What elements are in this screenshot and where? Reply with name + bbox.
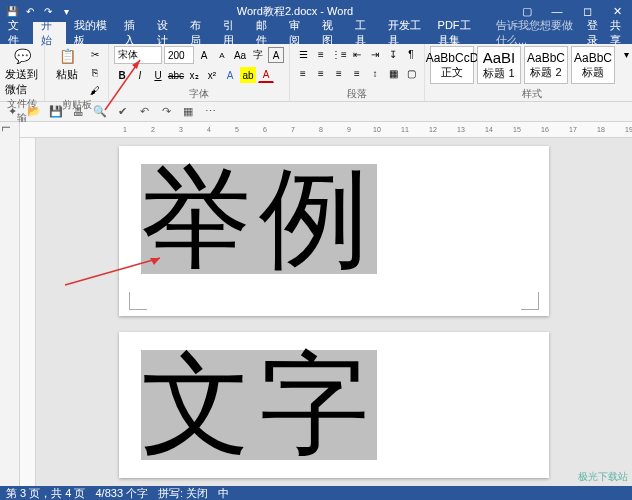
font-color-button[interactable]: A bbox=[258, 67, 274, 83]
page-corner-bl bbox=[129, 292, 147, 310]
tab-design[interactable]: 设计 bbox=[149, 22, 182, 44]
wechat-icon: 💬 bbox=[12, 46, 32, 66]
group-styles: AaBbCcD正文 AaBI标题 1 AaBbC标题 2 AaBbC标题 ▾ 样… bbox=[425, 44, 632, 101]
tab-insert[interactable]: 插入 bbox=[116, 22, 149, 44]
status-page[interactable]: 第 3 页，共 4 页 bbox=[6, 486, 85, 501]
tab-view[interactable]: 视图 bbox=[314, 22, 347, 44]
preview-icon[interactable]: 🔍 bbox=[92, 104, 108, 120]
page1-selected-text[interactable]: 举例 bbox=[141, 164, 377, 274]
secondary-toolbar: ✦ 📂 💾 🖶 🔍 ✔ ↶ ↷ ▦ ⋯ bbox=[0, 102, 632, 122]
increase-indent-button[interactable]: ⇥ bbox=[367, 46, 383, 62]
tell-me-search[interactable]: 告诉我您想要做什么... bbox=[488, 22, 587, 44]
ribbon-tabs: 文件 开始 我的模板 插入 设计 布局 引用 邮件 审阅 视图 工具 开发工具 … bbox=[0, 22, 632, 44]
status-bar: 第 3 页，共 4 页 4/833 个字 拼写: 关闭 中 bbox=[0, 486, 632, 500]
strikethrough-button[interactable]: abc bbox=[168, 67, 184, 83]
style-heading1[interactable]: AaBI标题 1 bbox=[477, 46, 521, 84]
status-wordcount[interactable]: 4/833 个字 bbox=[95, 486, 148, 501]
cut-icon[interactable]: ✂ bbox=[87, 46, 103, 62]
tab-references[interactable]: 引用 bbox=[215, 22, 248, 44]
tab-mail[interactable]: 邮件 bbox=[248, 22, 281, 44]
nav-label: L bbox=[0, 122, 11, 132]
group-paragraph: ☰ ≡ ⋮≡ ⇤ ⇥ ↧ ¶ ≡ ≡ ≡ ≡ ↕ ▦ ▢ 段落 bbox=[290, 44, 425, 101]
tab-file[interactable]: 文件 bbox=[0, 22, 33, 44]
table-icon[interactable]: ▦ bbox=[180, 104, 196, 120]
tab-pdf[interactable]: PDF工具集 bbox=[430, 22, 488, 44]
char-border-button[interactable]: A bbox=[268, 47, 284, 63]
font-size-combo[interactable]: 200 bbox=[164, 46, 194, 64]
page-1: 举例 bbox=[119, 146, 549, 316]
tab-layout[interactable]: 布局 bbox=[182, 22, 215, 44]
show-marks-button[interactable]: ¶ bbox=[403, 46, 419, 62]
page-corner-br bbox=[521, 292, 539, 310]
underline-button[interactable]: U bbox=[150, 67, 166, 83]
vertical-ruler[interactable] bbox=[20, 138, 36, 486]
undo2-icon[interactable]: ↶ bbox=[136, 104, 152, 120]
styles-more-icon[interactable]: ▾ bbox=[618, 46, 632, 62]
window-title: Word教程2.docx - Word bbox=[78, 4, 512, 19]
numbering-button[interactable]: ≡ bbox=[313, 46, 329, 62]
style-normal[interactable]: AaBbCcD正文 bbox=[430, 46, 474, 84]
navigation-pane[interactable]: L bbox=[0, 122, 20, 486]
align-left-button[interactable]: ≡ bbox=[295, 65, 311, 81]
watermark: 极光下载站 bbox=[578, 470, 628, 484]
sort-button[interactable]: ↧ bbox=[385, 46, 401, 62]
paste-button[interactable]: 📋粘贴 bbox=[50, 46, 84, 82]
line-spacing-button[interactable]: ↕ bbox=[367, 65, 383, 81]
save-icon[interactable]: 💾 bbox=[4, 3, 20, 19]
decrease-indent-button[interactable]: ⇤ bbox=[349, 46, 365, 62]
document-canvas[interactable]: 举例 文字 bbox=[36, 138, 632, 486]
borders-button[interactable]: ▢ bbox=[403, 65, 419, 81]
ribbon: 💬发送到微信 文件传输 📋粘贴 ✂ ⎘ 🖌 剪贴板 宋体 200 A A Aa … bbox=[0, 44, 632, 102]
group-filetransfer: 💬发送到微信 文件传输 bbox=[0, 44, 45, 101]
tab-review[interactable]: 审阅 bbox=[281, 22, 314, 44]
redo2-icon[interactable]: ↷ bbox=[158, 104, 174, 120]
align-center-button[interactable]: ≡ bbox=[313, 65, 329, 81]
shading-button[interactable]: ▦ bbox=[385, 65, 401, 81]
bullets-button[interactable]: ☰ bbox=[295, 46, 311, 62]
group-clipboard: 📋粘贴 ✂ ⎘ 🖌 剪贴板 bbox=[45, 44, 109, 101]
qat-more-icon[interactable]: ▾ bbox=[58, 3, 74, 19]
grow-font-button[interactable]: A bbox=[196, 47, 212, 63]
quick-access-toolbar: 💾 ↶ ↷ ▾ bbox=[0, 3, 78, 19]
horizontal-ruler[interactable]: 1234567891011121314151617181920212223242… bbox=[20, 122, 632, 138]
spell-icon[interactable]: ✔ bbox=[114, 104, 130, 120]
save2-icon[interactable]: 💾 bbox=[48, 104, 64, 120]
paste-icon: 📋 bbox=[57, 46, 77, 66]
style-heading2[interactable]: AaBbC标题 2 bbox=[524, 46, 568, 84]
undo-icon[interactable]: ↶ bbox=[22, 3, 38, 19]
font-name-combo[interactable]: 宋体 bbox=[114, 46, 162, 64]
multilevel-button[interactable]: ⋮≡ bbox=[331, 46, 347, 62]
tab-mytemplate[interactable]: 我的模板 bbox=[66, 22, 116, 44]
shrink-font-button[interactable]: A bbox=[214, 47, 230, 63]
subscript-button[interactable]: x₂ bbox=[186, 67, 202, 83]
tab-developer[interactable]: 开发工具 bbox=[380, 22, 430, 44]
redo-icon[interactable]: ↷ bbox=[40, 3, 56, 19]
status-language[interactable]: 中 bbox=[218, 486, 229, 501]
bold-button[interactable]: B bbox=[114, 67, 130, 83]
copy-icon[interactable]: ⎘ bbox=[87, 64, 103, 80]
tab-home[interactable]: 开始 bbox=[33, 22, 66, 44]
more2-icon[interactable]: ⋯ bbox=[202, 104, 218, 120]
text-effect-button[interactable]: A bbox=[222, 67, 238, 83]
format-painter-icon[interactable]: 🖌 bbox=[87, 82, 103, 98]
send-to-wechat-button[interactable]: 💬发送到微信 bbox=[5, 46, 39, 97]
status-spellcheck[interactable]: 拼写: 关闭 bbox=[158, 486, 208, 501]
align-right-button[interactable]: ≡ bbox=[331, 65, 347, 81]
change-case-button[interactable]: Aa bbox=[232, 47, 248, 63]
open2-icon[interactable]: 📂 bbox=[26, 104, 42, 120]
page2-selected-text[interactable]: 文字 bbox=[141, 350, 377, 460]
print-icon[interactable]: 🖶 bbox=[70, 104, 86, 120]
superscript-button[interactable]: x² bbox=[204, 67, 220, 83]
highlight-button[interactable]: ab bbox=[240, 67, 256, 83]
justify-button[interactable]: ≡ bbox=[349, 65, 365, 81]
tab-tools[interactable]: 工具 bbox=[347, 22, 380, 44]
page-2: 文字 bbox=[119, 332, 549, 478]
style-title[interactable]: AaBbC标题 bbox=[571, 46, 615, 84]
group-font: 宋体 200 A A Aa 字 A B I U abc x₂ x² A ab A… bbox=[109, 44, 290, 101]
new-icon[interactable]: ✦ bbox=[4, 104, 20, 120]
italic-button[interactable]: I bbox=[132, 67, 148, 83]
phonetic-guide-button[interactable]: 字 bbox=[250, 47, 266, 63]
